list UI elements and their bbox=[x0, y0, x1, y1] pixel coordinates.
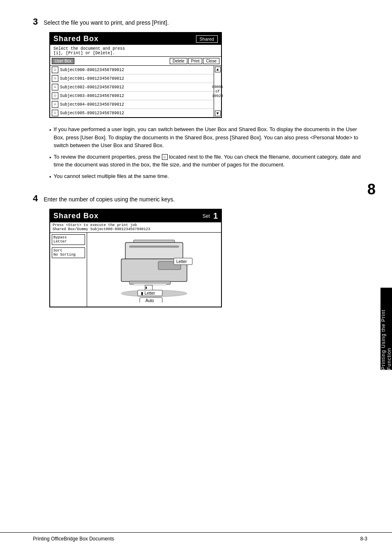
svg-text:Letter: Letter bbox=[176, 259, 187, 264]
scroll-down-button[interactable]: ▼ bbox=[215, 111, 221, 116]
step3-header: 3 Select the file you want to print, and… bbox=[33, 16, 367, 27]
list-item[interactable]: ☺ Subject005-890123456789012 bbox=[50, 109, 214, 117]
sort-panel-item: Sort No Sorting bbox=[52, 247, 85, 258]
chapter-number: 8 bbox=[367, 181, 376, 198]
file-name-2: Subject002-890123456789012 bbox=[60, 85, 212, 90]
bullet-text-3: You cannot select multiple files at the … bbox=[54, 172, 367, 181]
screen1-list: ☺ Subject000-890123456789012 ☺ Subject00… bbox=[50, 66, 214, 117]
screen1-title: Shared Box bbox=[53, 35, 99, 43]
screen2-subtitle-line2: Shared Box/Dummy Subject000-890123456789… bbox=[53, 227, 219, 231]
file-icon: ☺ bbox=[52, 75, 58, 82]
screen2-main-area: Letter ▮ ▮ Letter Auto bbox=[87, 233, 221, 307]
sidebar-label: Printing Using the Print Function bbox=[380, 288, 392, 370]
screen2-set-area: Set 1 bbox=[203, 211, 218, 221]
step3-number: 3 bbox=[33, 16, 38, 27]
letter-label-1: Letter bbox=[53, 240, 83, 244]
screen2-title-bar: Shared Box Set 1 bbox=[50, 210, 221, 222]
bullet-item-1: • If you have performed a user login, yo… bbox=[49, 125, 367, 150]
file-icon: ☺ bbox=[52, 101, 58, 108]
bullet-text-2: To review the document properties, press… bbox=[54, 153, 367, 169]
step3-instruction: Select the file you want to print, and p… bbox=[44, 19, 168, 26]
sort-label: Sort bbox=[53, 249, 83, 253]
step3-section: 3 Select the file you want to print, and… bbox=[33, 16, 367, 181]
svg-text:▮: ▮ bbox=[145, 286, 147, 289]
print-button[interactable]: Print bbox=[188, 58, 203, 64]
bypass-label: Bypass bbox=[53, 235, 83, 240]
bullet-dot-2: • bbox=[49, 154, 51, 169]
svg-rect-1 bbox=[125, 242, 183, 259]
page-footer: Printing OfficeBridge Box Documents 8-3 bbox=[0, 532, 392, 542]
footer-page-number: 8-3 bbox=[360, 536, 367, 542]
list-item[interactable]: ☺ Subject002-890123456789012 bbox=[50, 83, 214, 92]
screen2-set-label: Set bbox=[203, 213, 210, 219]
step4-number: 4 bbox=[33, 193, 38, 204]
file-name-4: Subject004-890123456789012 bbox=[60, 102, 212, 107]
sidebar-tab: Printing Using the Print Function bbox=[380, 288, 392, 370]
scroll-up-button[interactable]: ▲ bbox=[215, 67, 221, 72]
file-name-3: Subject003-890123456789012 bbox=[60, 94, 212, 98]
bullet-dot-1: • bbox=[49, 126, 51, 150]
screen1-scroll-area: ☺ Subject000-890123456789012 ☺ Subject00… bbox=[50, 66, 221, 117]
bullet-list: • If you have performed a user login, yo… bbox=[49, 125, 367, 181]
svg-rect-2 bbox=[129, 246, 179, 247]
no-sorting-label: No Sorting bbox=[53, 253, 83, 257]
bullet-text-1: If you have performed a user login, you … bbox=[54, 125, 367, 150]
close-button[interactable]: Close bbox=[203, 58, 219, 64]
bullet-item-2: • To review the document properties, pre… bbox=[49, 153, 367, 169]
screen1-subtitle-line2: [i], [Print] or [Delete]. bbox=[53, 51, 218, 55]
screen2-body: Bypass Letter Sort No Sorting bbox=[50, 233, 221, 307]
screen2-subtitle-line1: Press <Start> to execute the print job bbox=[53, 223, 219, 227]
scroll-counter: 00001 of 10923 bbox=[212, 73, 223, 111]
screen1-badge: Shared bbox=[196, 35, 218, 43]
bullet-item-3: • You cannot select multiple files at th… bbox=[49, 172, 367, 181]
file-icon: ☺ bbox=[52, 92, 58, 99]
bypass-panel-item: Bypass Letter bbox=[52, 234, 85, 245]
file-name-5: Subject005-890123456789012 bbox=[60, 111, 212, 115]
list-item[interactable]: ☺ Subject004-890123456789012 bbox=[50, 100, 214, 109]
list-item[interactable]: ☺ Subject003-890123456789012 bbox=[50, 92, 214, 100]
screen1-subtitle-line1: Select the document and press bbox=[53, 46, 218, 51]
inline-icon: ☺ bbox=[162, 154, 168, 160]
delete-button[interactable]: Delete bbox=[170, 58, 187, 64]
step4-instruction: Enter the number of copies using the num… bbox=[44, 196, 175, 203]
page-container: 3 Select the file you want to print, and… bbox=[0, 0, 392, 554]
screen2-title: Shared Box bbox=[53, 212, 99, 220]
user-box-button[interactable]: User Box bbox=[52, 58, 74, 64]
bullet-dot-3: • bbox=[49, 173, 51, 181]
footer-left-text: Printing OfficeBridge Box Documents bbox=[33, 536, 114, 542]
screen1-toolbar: User Box Delete Print Close bbox=[50, 56, 221, 66]
step4-section: 4 Enter the number of copies using the n… bbox=[33, 193, 367, 307]
file-name-1: Subject001-890123456789012 bbox=[60, 76, 212, 81]
screen1-title-bar: Shared Box Shared bbox=[50, 33, 221, 45]
svg-rect-0 bbox=[134, 240, 175, 242]
file-icon: ☺ bbox=[52, 110, 58, 116]
svg-rect-6 bbox=[134, 284, 166, 285]
screen1-mockup: Shared Box Shared Select the document an… bbox=[49, 32, 222, 118]
file-icon: ☺ bbox=[52, 84, 58, 90]
list-item[interactable]: ☺ Subject001-890123456789012 bbox=[50, 74, 214, 83]
list-item[interactable]: ☺ Subject000-890123456789012 bbox=[50, 66, 214, 74]
svg-text:▮ Letter: ▮ Letter bbox=[141, 291, 155, 295]
screen1-scrollbar: ▲ 00001 of 10923 ▼ bbox=[214, 66, 221, 117]
screen1-subtitle: Select the document and press [i], [Prin… bbox=[50, 45, 221, 56]
screen2-left-panel: Bypass Letter Sort No Sorting bbox=[50, 233, 87, 307]
screen2-subtitle: Press <Start> to execute the print job S… bbox=[50, 222, 221, 233]
file-name-0: Subject000-890123456789012 bbox=[60, 68, 212, 72]
screen2-mockup: Shared Box Set 1 Press <Start> to execut… bbox=[49, 209, 222, 307]
printer-illustration: Letter ▮ ▮ Letter Auto bbox=[91, 237, 217, 302]
printer-svg: Letter ▮ ▮ Letter Auto bbox=[109, 237, 199, 302]
file-icon: ☺ bbox=[52, 67, 58, 73]
screen2-set-number: 1 bbox=[213, 211, 218, 221]
svg-text:Auto: Auto bbox=[145, 298, 154, 302]
step4-header: 4 Enter the number of copies using the n… bbox=[33, 193, 367, 204]
